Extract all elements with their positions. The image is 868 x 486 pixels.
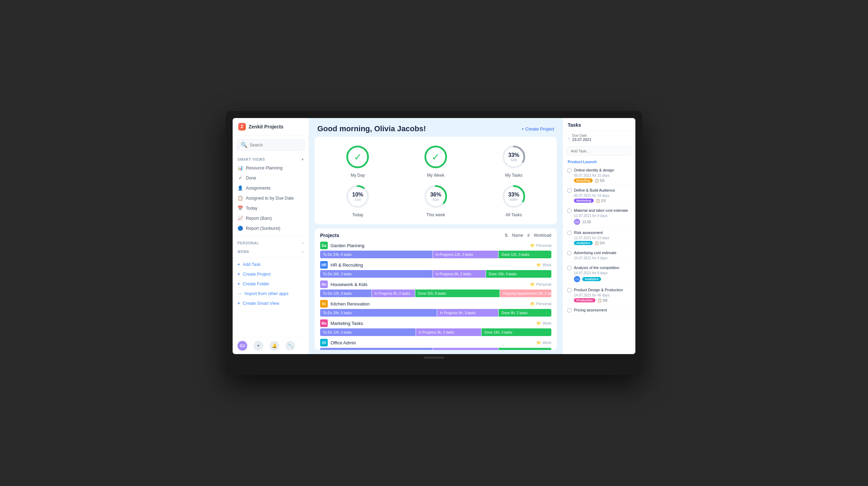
sort-label[interactable]: Name (512, 233, 523, 238)
projects-title: Projects (320, 233, 339, 238)
panel-filter: ⬦ Due Date 23.07.2021 (563, 131, 635, 144)
sidebar-item-assignments[interactable]: 👤 Assignments (233, 183, 309, 193)
this-week-fraction: 5/14 (430, 198, 441, 201)
this-week-percent: 36% (430, 192, 441, 198)
main-header: Good morning, Olivia Jacobs! + Create Pr… (309, 118, 562, 137)
task-meta-1: 05.07.2021 for 19 days (567, 194, 631, 198)
sidebar-item-resource-planning[interactable]: 📊 Resource Planning (233, 163, 309, 173)
sparkle-icon[interactable]: ✦ (253, 341, 263, 351)
task-checkbox-4[interactable] (567, 251, 572, 255)
project-row-kitchen: Ki Kitchen Renovation 📁Personal To-Do 20… (320, 300, 551, 317)
add-icon-3: + (237, 282, 240, 286)
today-fraction: 1/10 (352, 198, 363, 201)
search-input[interactable] (250, 143, 301, 148)
sidebar-item-today[interactable]: 📅 Today (233, 203, 309, 213)
chevron-down-icon[interactable]: ▾ (302, 158, 304, 161)
today-label: Today (352, 212, 363, 217)
marketing-todo-bar: To-Do 12h, 3 tasks (320, 328, 416, 336)
task-checkbox-3[interactable] (567, 231, 572, 235)
projects-header: Projects ⇅ Name # Workload (320, 233, 551, 238)
panel-title: Tasks (563, 118, 635, 131)
task-tags-2: OJ 13.00 (567, 219, 631, 225)
chevron-right-icon-2[interactable]: › (302, 250, 304, 254)
project-folder-office: 📁Work (536, 341, 551, 345)
task-checkbox-7[interactable] (567, 308, 572, 313)
project-name-housework: Housework & Kids (331, 282, 367, 287)
bell-icon[interactable]: 🔔 (269, 341, 279, 351)
my-day-check: ✓ (354, 152, 362, 162)
task-tags-5: OJ Analytics (567, 276, 631, 282)
sort-icon: ⇅ (504, 233, 508, 238)
panel-group-label: Product Launch (563, 158, 635, 165)
task-tags-0: Branding 📋 5/5 (567, 178, 631, 183)
add-task-input[interactable] (567, 146, 631, 156)
assigned-icon: 📋 (237, 195, 243, 201)
office-done-bar: Done 4h, 1 tasks (499, 348, 551, 350)
project-name-kitchen: Kitchen Renovation (331, 301, 370, 307)
task-checkbox-5[interactable] (567, 266, 572, 270)
task-tag-6: Production (574, 298, 595, 302)
task-name-2: Material and labor cost estimate (574, 208, 628, 213)
chevron-right-icon[interactable]: › (302, 241, 304, 245)
sidebar-item-report-sunburst[interactable]: 🔵 Report (Sunburst) (233, 223, 309, 233)
add-task-button[interactable]: + Add Task (233, 260, 309, 269)
resource-planning-icon: 📊 (237, 165, 243, 170)
project-folder-kitchen: 📁Personal (530, 302, 551, 306)
all-tasks-label: All Tasks (506, 212, 522, 217)
create-project-header-button[interactable]: + Create Project (521, 126, 554, 132)
workload-label[interactable]: Workload (534, 233, 551, 238)
create-smart-view-button[interactable]: + Create Smart View (233, 299, 309, 308)
task-item-1: Define & Build Audience 05.07.2021 for 1… (563, 185, 635, 206)
project-row-hr: HR HR & Recruiting 📁Work To-Do 16h, 3 ta… (320, 261, 551, 278)
my-week-label: My Week (427, 173, 444, 178)
my-tasks-fraction: 5/15 (508, 158, 519, 162)
sidebar-item-done[interactable]: ✓ Done (233, 173, 309, 183)
task-meta-2: 12.07.2021 for 9 days (567, 214, 631, 218)
project-abbr-hr: HR (320, 261, 328, 269)
all-tasks-fraction: 32/97 (508, 198, 519, 201)
garden-todo-bar: To-Do 24h, 6 tasks (320, 251, 433, 258)
app-logo: Z Zenkit Projects (233, 118, 309, 136)
filter-icon: ⬦ (568, 136, 570, 140)
task-checkbox-1[interactable] (567, 188, 572, 193)
activity-icon[interactable]: 📉 (285, 341, 295, 351)
my-tasks-percent: 33% (508, 152, 519, 158)
task-meta-4: 14.07.2021 for 4 days (567, 256, 631, 260)
projects-controls: ⇅ Name # Workload (504, 233, 551, 238)
greeting-text: Good morning, Olivia Jacobs! (317, 124, 426, 133)
import-button[interactable]: → Import from other apps (233, 289, 309, 299)
stats-section: ✓ My Day ✓ (315, 137, 557, 224)
hr-inprogress-bar: In Progress 8h, 2 tasks (433, 270, 486, 278)
this-week-label: This week (426, 212, 445, 217)
project-row-office: Of Office Admin 📁Work To-Do 12h, 3 tasks… (320, 339, 551, 350)
all-tasks-percent: 33% (508, 192, 519, 198)
project-abbr-garden: Ga (320, 242, 328, 249)
task-count-1: 📋 2/3 (596, 199, 606, 203)
sidebar-item-report-bars[interactable]: 📈 Report (Bars) (233, 213, 309, 223)
search-box[interactable]: 🔍 (237, 139, 304, 151)
office-progress-bar: To-Do 12h, 3 tasks In Progress 4h, 1 tas… (320, 348, 551, 350)
assignments-icon: 👤 (237, 185, 243, 191)
task-checkbox-6[interactable] (567, 288, 572, 293)
project-abbr-office: Of (320, 339, 328, 346)
task-meta-0: 05.07.2021 for 15 days (567, 174, 631, 177)
my-tasks-circle: 33% 5/15 (501, 144, 527, 170)
project-row-housework: Ho Housework & Kids 📁Personal To-Do 12h,… (320, 280, 551, 297)
sidebar-item-assigned-by-due[interactable]: 📋 Assigned to by Due Date (233, 193, 309, 203)
task-count-3: 📋 0/4 (595, 241, 605, 245)
user-avatar[interactable]: OJ (237, 341, 247, 351)
stat-my-day: ✓ My Day (322, 144, 394, 178)
task-count-0: 📋 5/5 (595, 179, 605, 183)
task-checkbox-0[interactable] (567, 168, 572, 173)
kitchen-inprogress-bar: In Progress 9h, 3 tasks (437, 309, 498, 317)
create-folder-button[interactable]: + Create Folder (233, 279, 309, 289)
housework-progress-bar: To-Do 12h, 3 tasks In Progress 8h, 2 tas… (320, 290, 551, 297)
smart-views-header: SMART VIEWS ▾ (233, 154, 309, 163)
task-tag-1: Marketing (574, 199, 594, 203)
task-name-0: Online identity & design (574, 168, 614, 173)
hr-done-bar: Done 16h, 4 tasks (486, 270, 551, 278)
all-tasks-circle: 33% 32/97 (501, 183, 527, 210)
create-project-button[interactable]: + Create Project (233, 269, 309, 279)
task-checkbox-2[interactable] (567, 208, 572, 213)
garden-progress-bar: To-Do 24h, 6 tasks In Progress 12h, 3 ta… (320, 251, 551, 258)
